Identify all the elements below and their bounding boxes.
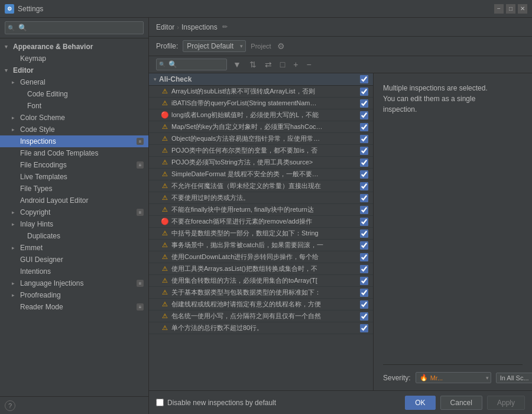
info-line2: You can edit them as a single: [383, 93, 523, 104]
sidebar-item-editor[interactable]: Editor: [0, 64, 148, 76]
sidebar-item-gui-designer[interactable]: GUI Designer: [0, 254, 148, 266]
insp-row[interactable]: ⚠ POJO类必须写toString方法，使用工具类source>: [149, 157, 373, 169]
insp-row[interactable]: ⚠ 使用工具类Arrays.asList()把数组转换成集合时，不: [149, 263, 373, 275]
help-button[interactable]: ?: [5, 400, 15, 411]
insp-row[interactable]: ⚠ 包名统一使用小写，点分隔符之间有且仅有一个自然: [149, 310, 373, 322]
insp-row[interactable]: ⚠ 事务场景中，抛出异常被catch后，如果需要回滚，一: [149, 240, 373, 251]
insp-row-checkbox[interactable]: [360, 159, 368, 167]
insp-row-text: ArrayList的subList结果不可强转成ArrayList，否则: [171, 87, 360, 96]
sidebar-item-code-editing[interactable]: Code Editing: [0, 88, 148, 100]
insp-row-checkbox[interactable]: [360, 170, 368, 179]
insp-row-checkbox[interactable]: [360, 206, 368, 214]
sidebar-item-duplicates[interactable]: Duplicates: [0, 230, 148, 242]
main-layout: Appearance & Behavior Keymap Editor Gene…: [0, 18, 532, 414]
sidebar-item-color-scheme[interactable]: Color Scheme: [0, 112, 148, 124]
sidebar-search-area: [0, 18, 148, 38]
insp-row[interactable]: ⚠ 不能在finally块中使用return, finally块中的return…: [149, 204, 373, 216]
insp-row[interactable]: 🔴 long或者Long初始赋值时，必须使用大写的L，不能: [149, 109, 373, 121]
insp-row-checkbox[interactable]: [360, 253, 368, 261]
insp-row-checkbox[interactable]: [360, 300, 368, 309]
insp-row-checkbox[interactable]: [360, 229, 368, 238]
inspections-group-alicheck[interactable]: ▾ Ali-Check: [149, 73, 373, 86]
insp-row-checkbox[interactable]: [360, 135, 368, 143]
sidebar-item-keymap[interactable]: Keymap: [0, 53, 148, 64]
sidebar-item-file-code-templates[interactable]: File and Code Templates: [0, 147, 148, 159]
sidebar-item-font[interactable]: Font: [0, 100, 148, 112]
expand-button[interactable]: □: [278, 59, 287, 70]
sidebar-item-general[interactable]: General: [0, 76, 148, 88]
severity-icon-warning: ⚠: [161, 265, 169, 273]
insp-row[interactable]: ⚠ Object的equals方法容易抛空指针异常，应使用常…: [149, 133, 373, 145]
insp-row[interactable]: ⚠ 创建线程或线程池时请指定有意义的线程名称，方便: [149, 299, 373, 310]
scope-select[interactable]: In All Sc... In All Scopes: [496, 373, 532, 383]
insp-row[interactable]: ⚠ ArrayList的subList结果不可强转成ArrayList，否则: [149, 86, 373, 98]
inspections-search-input[interactable]: [156, 59, 227, 70]
cancel-button[interactable]: Cancel: [440, 396, 482, 410]
sidebar-item-file-types[interactable]: File Types: [0, 183, 148, 195]
insp-row[interactable]: 🔴 不要在foreach循环里进行元素的remove/add操作: [149, 216, 373, 228]
sidebar-item-inspections[interactable]: Inspections ≡: [0, 135, 148, 147]
edit-icon[interactable]: ✏: [222, 23, 231, 31]
severity-dropdown[interactable]: 🔥 Mr... Warning Error Weak Warning: [416, 372, 491, 383]
insp-row-checkbox[interactable]: [360, 312, 368, 321]
sidebar-item-inlay-hints[interactable]: Inlay Hints: [0, 218, 148, 230]
sidebar-item-emmet[interactable]: Emmet: [0, 242, 148, 254]
filter-button[interactable]: ▼: [231, 59, 244, 70]
insp-row[interactable]: ⚠ 不允许任何魔法值（即未经定义的常量）直接出现在: [149, 180, 373, 192]
insp-row[interactable]: ⚠ 单个方法的总行数不超过80行。: [149, 322, 373, 334]
sidebar-item-reader-mode[interactable]: Reader Mode ≡: [0, 301, 148, 313]
footer: Disable new inspections by default OK Ca…: [149, 390, 532, 414]
insp-row[interactable]: ⚠ 使用集合转数组的方法，必须使用集合的toArray(T[: [149, 275, 373, 287]
sort-button[interactable]: ⇅: [247, 59, 259, 70]
apply-button[interactable]: Apply: [487, 396, 525, 410]
sidebar-item-label: Android Layout Editor: [20, 196, 88, 205]
add-button[interactable]: +: [291, 59, 300, 70]
sidebar-item-android-layout[interactable]: Android Layout Editor: [0, 195, 148, 206]
sidebar-item-code-style[interactable]: Code Style: [0, 124, 148, 135]
sidebar-item-intentions[interactable]: Intentions: [0, 266, 148, 277]
sidebar-item-proofreading[interactable]: Proofreading: [0, 289, 148, 301]
insp-row[interactable]: ⚠ 使用CountDownLatch进行异步转同步操作，每个给: [149, 251, 373, 263]
sidebar-item-live-templates[interactable]: Live Templates: [0, 171, 148, 183]
insp-row-checkbox[interactable]: [360, 241, 368, 250]
sidebar-search-input[interactable]: [5, 21, 144, 34]
ok-button[interactable]: OK: [405, 396, 435, 410]
insp-row-checkbox[interactable]: [360, 88, 368, 96]
insp-row-checkbox[interactable]: [360, 99, 368, 108]
insp-row[interactable]: ⚠ Map/Set的key为自定义对象时，必须重写hashCoc…: [149, 121, 373, 133]
insp-row[interactable]: ⚠ SimpleDateFormat 是线程不安全的类，一般不要…: [149, 169, 373, 180]
sort2-button[interactable]: ⇄: [262, 59, 274, 70]
remove-button[interactable]: −: [304, 59, 314, 70]
insp-row-checkbox[interactable]: [360, 218, 368, 226]
insp-row[interactable]: ⚠ 不要使用过时的类或方法。: [149, 192, 373, 204]
right-panel-info: Multiple inspections are selected. You c…: [383, 83, 523, 115]
insp-row-checkbox[interactable]: [360, 111, 368, 119]
insp-row-checkbox[interactable]: [360, 277, 368, 285]
insp-row-checkbox[interactable]: [360, 182, 368, 190]
insp-row-checkbox[interactable]: [360, 123, 368, 131]
disable-inspections-checkbox[interactable]: [156, 399, 164, 406]
insp-row[interactable]: ⚠ iBATIS自带的queryForList(String statement…: [149, 98, 373, 109]
minimize-button[interactable]: −: [494, 4, 504, 14]
insp-row-checkbox[interactable]: [360, 147, 368, 155]
insp-row[interactable]: ⚠ 中括号是数组类型的一部分，数组定义如下：String: [149, 228, 373, 240]
sidebar-item-copyright[interactable]: Copyright ≡: [0, 206, 148, 218]
profile-select[interactable]: Project Default Default: [183, 40, 246, 52]
insp-row-checkbox[interactable]: [360, 194, 368, 202]
sidebar-item-appearance[interactable]: Appearance & Behavior: [0, 41, 148, 53]
maximize-button[interactable]: □: [506, 4, 515, 14]
insp-row-checkbox[interactable]: [360, 324, 368, 332]
close-button[interactable]: ✕: [518, 4, 527, 14]
insp-row-text: Object的equals方法容易抛空指针异常，应使用常…: [171, 134, 360, 143]
insp-row[interactable]: ⚠ POJO类中的任何布尔类型的变量，都不要加is，否: [149, 145, 373, 157]
sidebar-item-file-encodings[interactable]: File Encodings ≡: [0, 159, 148, 171]
insp-row-checkbox[interactable]: [360, 265, 368, 273]
insp-row-text: 使用CountDownLatch进行异步转同步操作，每个给: [171, 253, 360, 261]
severity-row: Severity: 🔥 Mr... Warning Error Weak War…: [383, 364, 523, 390]
severity-select[interactable]: Mr... Warning Error Weak Warning: [430, 374, 481, 381]
gear-button[interactable]: ⚙: [276, 40, 286, 52]
insp-row-checkbox[interactable]: [360, 289, 368, 297]
insp-row[interactable]: ⚠ 关于基本数据类型与包装数据类型的使用标准如下：: [149, 287, 373, 299]
group-checkbox[interactable]: [360, 75, 368, 83]
sidebar-item-language-injections[interactable]: Language Injections ≡: [0, 277, 148, 289]
